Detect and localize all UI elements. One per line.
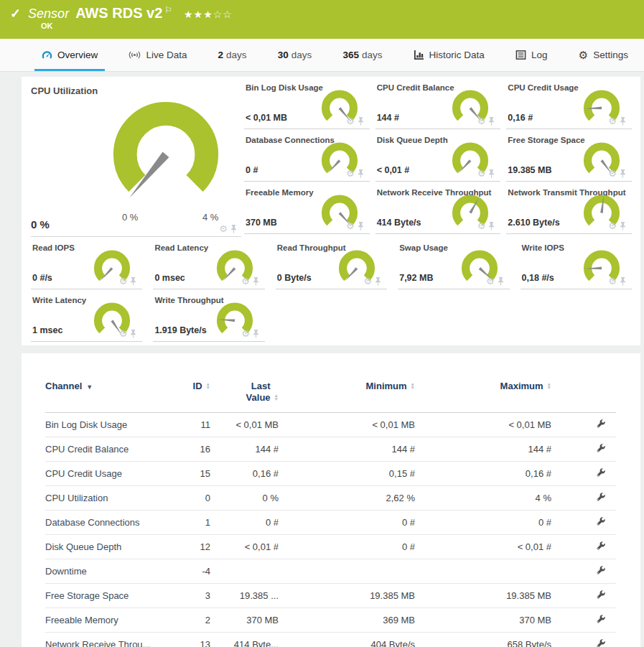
pin-icon[interactable] <box>358 222 364 231</box>
wrench-icon[interactable] <box>596 467 606 478</box>
cell-max: 370 MB <box>422 608 559 633</box>
column-header-channel[interactable]: Channel▼ <box>45 379 174 413</box>
tab-overview[interactable]: Overview <box>34 39 105 71</box>
gear-icon[interactable]: ⚙ <box>219 225 228 233</box>
gear-icon[interactable]: ⚙ <box>477 222 486 231</box>
cell-last: 370 MB <box>218 608 286 633</box>
wrench-icon[interactable] <box>596 443 606 453</box>
cell-channel: Freeable Memory <box>45 608 174 633</box>
table-row-cpu-credit-usage[interactable]: CPU Credit Usage150,16 #0,15 #0,16 # <box>45 462 616 486</box>
table-row-free-storage-space[interactable]: Free Storage Space319.385 ...19.385 MB19… <box>45 584 616 608</box>
tab-settings[interactable]: ⚙Settings <box>571 39 635 71</box>
cell-last: 0 % <box>218 486 286 511</box>
wrench-icon[interactable] <box>596 565 606 575</box>
tab-365-days[interactable]: 365days <box>335 39 389 71</box>
gear-icon[interactable]: ⚙ <box>119 330 128 338</box>
tab-live-data[interactable]: Live Data <box>121 39 194 71</box>
flag-icon[interactable]: ⚐ <box>164 5 172 15</box>
wrench-icon[interactable] <box>596 516 606 526</box>
table-row-network-receive-throu[interactable]: Network Receive Throu...13414 Byte...404… <box>45 633 616 647</box>
gauge-value: 1 msec <box>32 325 62 335</box>
column-header-id[interactable]: ID▲▼ <box>174 379 218 413</box>
pin-icon[interactable] <box>230 225 237 233</box>
cell-actions <box>559 608 616 633</box>
pin-icon[interactable] <box>253 330 259 338</box>
table-row-bin-log-disk-usage[interactable]: Bin Log Disk Usage11< 0,01 MB< 0,01 MB< … <box>45 413 616 437</box>
priority-stars[interactable]: ★★★☆☆ <box>184 9 233 20</box>
gauge-scale-max: 4 % <box>202 212 218 223</box>
cell-id: 16 <box>174 437 218 462</box>
column-header-minimum[interactable]: Minimum▲▼ <box>286 379 422 413</box>
cell-last: 0 # <box>218 511 286 535</box>
status-check-icon: ✓ <box>10 6 21 22</box>
pin-icon[interactable] <box>620 169 626 178</box>
gear-icon[interactable]: ⚙ <box>477 117 486 126</box>
wrench-icon[interactable] <box>596 590 606 600</box>
gear-icon[interactable]: ⚙ <box>346 222 355 231</box>
table-row-disk-queue-depth[interactable]: Disk Queue Depth12< 0,01 #0 #< 0,01 # <box>45 535 616 559</box>
pin-icon[interactable] <box>375 277 381 286</box>
cell-min: 0 # <box>286 535 422 559</box>
pin-icon[interactable] <box>130 277 136 286</box>
table-row-downtime[interactable]: Downtime-4 <box>45 559 616 584</box>
wrench-icon[interactable] <box>596 614 606 624</box>
gauge-value: < 0,01 MB <box>246 113 287 123</box>
cell-id: 0 <box>174 486 218 511</box>
column-header-maximum[interactable]: Maximum▲▼ <box>422 379 559 413</box>
sort-icon: ▲▼ <box>547 382 551 389</box>
pin-icon[interactable] <box>620 277 626 286</box>
pin-icon[interactable] <box>488 117 495 126</box>
cell-channel: Downtime <box>45 559 174 584</box>
tab-label: 2days <box>218 50 247 60</box>
wrench-icon[interactable] <box>596 419 606 429</box>
gear-icon[interactable]: ⚙ <box>477 169 486 178</box>
gauge-tile-cpu-credit-balance: CPU Credit Balance144 #⚙ <box>375 77 503 129</box>
pin-icon[interactable] <box>253 277 259 286</box>
gear-icon[interactable]: ⚙ <box>241 277 250 286</box>
pin-icon[interactable] <box>358 169 364 178</box>
pin-icon[interactable] <box>488 222 495 231</box>
gear-icon[interactable]: ⚙ <box>608 222 617 231</box>
column-header-last-value[interactable]: Last Value▲▼ <box>218 379 286 413</box>
cell-max: 19.385 MB <box>422 584 559 608</box>
gear-icon[interactable]: ⚙ <box>608 117 617 126</box>
wrench-icon[interactable] <box>596 638 606 647</box>
table-row-cpu-credit-balance[interactable]: CPU Credit Balance16144 #144 #144 # <box>45 437 616 462</box>
pin-icon[interactable] <box>620 117 626 126</box>
table-row-database-connections[interactable]: Database Connections10 #0 #0 # <box>45 511 616 535</box>
sort-icon: ▲▼ <box>206 382 210 389</box>
gear-icon[interactable]: ⚙ <box>241 330 250 338</box>
pin-icon[interactable] <box>498 277 504 286</box>
cell-channel: Network Receive Throu... <box>45 633 174 647</box>
pin-icon[interactable] <box>130 330 136 338</box>
gear-icon[interactable]: ⚙ <box>119 277 128 286</box>
tab-2-days[interactable]: 2days <box>211 39 254 71</box>
cell-max <box>422 559 559 584</box>
gauge-title: Read Latency <box>154 243 208 252</box>
pin-icon[interactable] <box>488 169 495 178</box>
gauge-tile-write-throughput: Write Throughput1.919 Byte/s⚙ <box>153 289 266 342</box>
sensor-kind-label: Sensor <box>28 6 69 22</box>
gauge-tile-read-latency: Read Latency0 msec⚙ <box>153 237 266 289</box>
pin-icon[interactable] <box>620 222 626 231</box>
gear-icon[interactable]: ⚙ <box>346 169 355 178</box>
cell-max: 0 # <box>422 511 559 535</box>
gear-icon[interactable]: ⚙ <box>608 169 617 178</box>
wrench-icon[interactable] <box>596 541 606 551</box>
tab-label: Historic Data <box>429 50 485 60</box>
table-row-cpu-utilization[interactable]: CPU Utilization00 %2,62 %4 % <box>45 486 616 511</box>
gauge-tile-read-throughput: Read Throughput0 Byte/s⚙ <box>276 237 388 289</box>
gear-icon[interactable]: ⚙ <box>486 277 495 286</box>
cell-max: 0,16 # <box>422 462 559 486</box>
tab-historic-data[interactable]: Historic Data <box>406 39 492 71</box>
gear-icon[interactable]: ⚙ <box>346 117 355 126</box>
gear-icon[interactable]: ⚙ <box>364 277 373 286</box>
table-row-freeable-memory[interactable]: Freeable Memory2370 MB369 MB370 MB <box>45 608 616 633</box>
tab-30-days[interactable]: 30days <box>271 39 319 71</box>
wrench-icon[interactable] <box>596 492 606 502</box>
log-icon <box>515 50 526 60</box>
gear-icon[interactable]: ⚙ <box>608 277 617 286</box>
tab-log[interactable]: Log <box>508 39 555 71</box>
pin-icon[interactable] <box>358 117 364 126</box>
gauge-value: 414 Byte/s <box>377 218 421 228</box>
